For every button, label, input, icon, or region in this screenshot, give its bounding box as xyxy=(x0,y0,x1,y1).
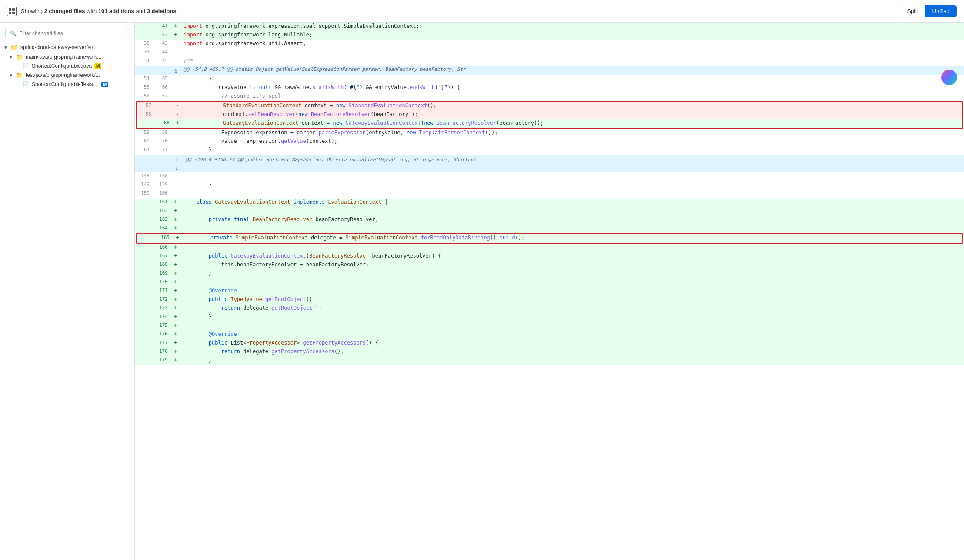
diff-line: 59 69 Expression expression = parser.par… xyxy=(135,129,964,138)
new-line-num: 179 xyxy=(153,357,171,365)
diff-line: 164 + xyxy=(135,225,964,233)
line-content: } xyxy=(180,313,964,322)
old-line-num: 32 xyxy=(135,40,153,49)
new-line-num: 71 xyxy=(153,146,171,155)
diff-line: 148 158 xyxy=(135,172,964,181)
new-line-num: 174 xyxy=(153,313,171,322)
line-content xyxy=(180,49,964,57)
diff-line: 165 + private SimpleEvaluationContext de… xyxy=(137,234,962,243)
old-line-num xyxy=(135,199,153,207)
folder-icon: 📁 xyxy=(16,53,23,60)
line-sign: + xyxy=(171,270,180,278)
line-sign: + xyxy=(171,305,180,313)
user-avatar[interactable] xyxy=(941,70,957,85)
new-line-num: 161 xyxy=(153,199,171,207)
sidebar-item-main-folder[interactable]: ▼ 📁 main/java/org/springframework... xyxy=(0,52,134,62)
line-sign: + xyxy=(171,287,180,296)
line-content: public GatewayEvaluationContext(BeanFact… xyxy=(180,252,964,261)
old-line-num xyxy=(135,339,153,348)
line-sign: - xyxy=(173,111,182,119)
main-layout: 🔍 ▼ 📁 spring-cloud-gateway-server/src ▼ … xyxy=(0,23,964,560)
old-line-num: 54 xyxy=(135,75,153,84)
file-icon: 📄 xyxy=(23,63,29,69)
diff-line: 150 160 xyxy=(135,190,964,199)
hunk-expand-row: ↑ @@ -148,4 +158,73 @@ public abstract M… xyxy=(135,155,964,172)
line-sign: + xyxy=(171,261,180,270)
old-line-num xyxy=(135,357,153,365)
old-line-num xyxy=(135,66,153,75)
line-content: } xyxy=(180,146,964,155)
diff-line: 32 43 import org.springframework.util.As… xyxy=(135,40,964,49)
new-line-num: 65 xyxy=(153,75,171,84)
new-line-num: 169 xyxy=(153,270,171,278)
expand-up-btn[interactable]: ↑ xyxy=(171,156,182,163)
highlighted-change-box-2: 165 + private SimpleEvaluationContext de… xyxy=(136,233,963,244)
line-sign: + xyxy=(171,313,180,322)
old-line-num xyxy=(135,348,153,357)
diff-area[interactable]: 41 + import org.springframework.expressi… xyxy=(135,23,964,560)
line-sign xyxy=(171,40,180,49)
line-content xyxy=(180,278,964,287)
new-line-num xyxy=(153,159,171,160)
line-content xyxy=(180,244,964,252)
new-line-num: 164 xyxy=(153,225,171,233)
line-content: /** xyxy=(180,57,964,66)
line-sign: + xyxy=(171,296,180,305)
line-content xyxy=(180,172,964,181)
sidebar-item-label: test/java/org/springframework/... xyxy=(26,72,100,78)
expand-up-icon[interactable]: ⇕ xyxy=(171,66,180,75)
line-content: value = expression.getValue(context); xyxy=(180,138,964,146)
expand-down-btn[interactable]: ↓ xyxy=(171,165,182,172)
line-sign: + xyxy=(173,234,182,243)
line-sign: - xyxy=(173,102,182,111)
unified-button[interactable]: Unified xyxy=(925,5,957,17)
old-line-num xyxy=(135,23,153,31)
new-line-num: 175 xyxy=(153,322,171,331)
sidebar-item-src-folder[interactable]: ▼ 📁 spring-cloud-gateway-server/src xyxy=(0,43,134,52)
diff-line: 174 + } xyxy=(135,313,964,322)
old-line-num xyxy=(135,270,153,278)
line-sign: + xyxy=(171,244,180,252)
new-line-num: 45 xyxy=(153,57,171,66)
old-line-num: 61 xyxy=(135,146,153,155)
line-sign xyxy=(171,49,180,57)
top-bar: Showing 2 changed files with 101 additio… xyxy=(0,0,964,23)
top-bar-left: Showing 2 changed files with 101 additio… xyxy=(7,7,178,16)
new-line-num xyxy=(155,102,173,111)
old-line-num: 60 xyxy=(135,138,153,146)
sidebar-item-shortcut-tests[interactable]: ▼ 📄 ShortcutConfigurableTests.... M xyxy=(0,80,134,89)
line-content: } xyxy=(180,181,964,190)
diff-line: 178 + return delegate.getPropertyAccesso… xyxy=(135,348,964,357)
line-sign xyxy=(171,129,180,138)
diff-summary: Showing 2 changed files with 101 additio… xyxy=(21,8,178,14)
new-line-num: 163 xyxy=(153,216,171,225)
diff-line: 60 70 value = expression.getValue(contex… xyxy=(135,138,964,146)
line-content xyxy=(180,322,964,331)
new-line-num: 42 xyxy=(153,31,171,40)
line-content xyxy=(180,190,964,199)
diff-line: 171 + @Override xyxy=(135,287,964,296)
line-sign xyxy=(171,84,180,93)
avatar-image xyxy=(941,70,957,85)
old-line-num xyxy=(135,322,153,331)
line-content: import org.springframework.lang.Nullable… xyxy=(180,31,964,40)
hunk-info: @@ -54,8 +65,7 @@ static Object getValue… xyxy=(180,66,964,75)
sidebar-item-test-folder[interactable]: ▼ 📁 test/java/org/springframework/... xyxy=(0,70,134,80)
new-line-num: 171 xyxy=(153,287,171,296)
split-button[interactable]: Split xyxy=(900,5,925,17)
diff-line: 167 + public GatewayEvaluationContext(Be… xyxy=(135,252,964,261)
line-sign: + xyxy=(171,252,180,261)
search-input[interactable] xyxy=(19,30,124,36)
sidebar-item-shortcut-configurable[interactable]: ▼ 📄 ShortcutConfigurable.java M xyxy=(0,62,134,70)
search-box[interactable]: 🔍 xyxy=(5,28,129,39)
new-line-num: 44 xyxy=(153,49,171,57)
old-line-num xyxy=(135,31,153,40)
chevron-icon: ▼ xyxy=(9,73,14,78)
line-sign xyxy=(171,93,180,101)
old-line-num: 57 xyxy=(137,102,155,111)
line-sign: + xyxy=(171,207,180,216)
new-line-num xyxy=(155,111,173,119)
line-content: } xyxy=(180,270,964,278)
old-line-num xyxy=(135,331,153,339)
old-line-num xyxy=(135,287,153,296)
